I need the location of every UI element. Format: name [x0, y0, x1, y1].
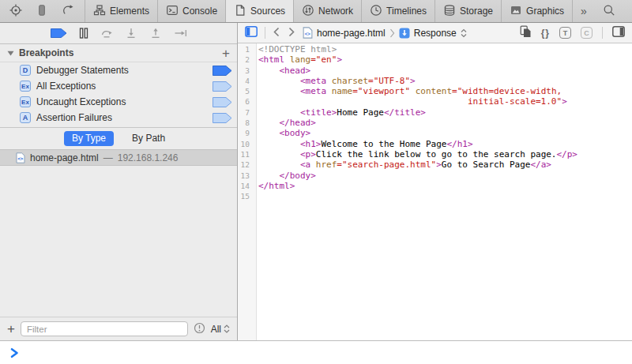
separator — [265, 27, 265, 39]
step-next-button[interactable] — [174, 28, 187, 39]
code-line[interactable]: 2<html lang="en"> — [238, 54, 632, 65]
line-number[interactable]: 2 — [238, 54, 253, 65]
breakpoint-toggle[interactable] — [213, 97, 232, 107]
breakpoints-toggle-button[interactable] — [51, 28, 67, 38]
console-icon — [166, 4, 179, 19]
back-button[interactable] — [273, 27, 280, 39]
step-into-button[interactable] — [125, 28, 137, 39]
line-content: <title>Home Page</title> — [253, 107, 426, 118]
chevron-right-icon — [288, 27, 295, 37]
forward-button[interactable] — [288, 27, 295, 39]
letter-c-icon: C — [584, 29, 589, 37]
step-out-button[interactable] — [149, 28, 162, 39]
disclosure-triangle-icon — [7, 51, 14, 56]
line-number[interactable]: 8 — [238, 118, 253, 128]
sidebar-empty-area — [0, 166, 237, 317]
tab-elements[interactable]: Elements — [85, 0, 158, 22]
toggle-left-sidebar-button[interactable] — [245, 26, 258, 39]
breakpoint-row[interactable]: D Debugger Statements — [0, 62, 237, 78]
add-breakpoint-button[interactable]: + — [222, 47, 230, 60]
line-content: initial-scale=1.0"> — [253, 96, 567, 107]
debugger-sidebar: Breakpoints + D Debugger Statements Ex A… — [0, 23, 237, 340]
line-number[interactable]: 6 — [238, 96, 253, 107]
code-line[interactable]: 8 </head> — [238, 118, 632, 128]
toggle-right-sidebar-button[interactable] — [612, 26, 625, 39]
line-number[interactable]: 15 — [238, 191, 253, 201]
line-content: </body> — [253, 171, 316, 181]
console-prompt-icon — [10, 347, 19, 358]
breakpoints-section-header[interactable]: Breakpoints + — [0, 44, 237, 62]
tab-sources[interactable]: Sources — [226, 0, 294, 22]
line-number[interactable]: 10 — [238, 139, 253, 149]
line-number[interactable]: 5 — [238, 86, 253, 96]
code-line[interactable]: 9 <body> — [238, 128, 632, 138]
sort-carets-icon — [224, 325, 230, 333]
resource-grouping-toggle: By Type By Path — [0, 128, 237, 149]
breakpoint-row[interactable]: A Assertion Failures — [0, 110, 237, 126]
tab-graphics[interactable]: Graphics — [502, 0, 573, 22]
tab-timelines[interactable]: Timelines — [362, 0, 435, 22]
code-coverage-button[interactable]: C — [581, 27, 592, 39]
selector-carets-icon[interactable] — [461, 28, 467, 38]
type-profiler-button[interactable]: T — [559, 27, 571, 39]
code-line[interactable]: 12 <a href="search-page.html">Go to Sear… — [238, 159, 632, 170]
tab-label: Timelines — [386, 6, 427, 17]
code-line[interactable]: 15 — [238, 191, 632, 201]
line-number[interactable]: 14 — [238, 181, 253, 191]
breakpoint-toggle[interactable] — [213, 66, 232, 76]
pretty-print-button[interactable]: {} — [541, 28, 550, 39]
resource-separator: — — [103, 152, 113, 163]
copy-button[interactable] — [520, 25, 532, 40]
line-number[interactable]: 11 — [238, 149, 253, 159]
line-number[interactable]: 13 — [238, 171, 253, 181]
by-type-button[interactable]: By Type — [64, 131, 114, 146]
tab-label: Elements — [110, 6, 149, 17]
tab-console[interactable]: Console — [158, 0, 226, 22]
code-line[interactable]: 11 <p>Click the link below to go to the … — [238, 149, 632, 159]
issues-filter-icon[interactable] — [194, 322, 205, 336]
search-button[interactable] — [595, 4, 623, 19]
code-line[interactable]: 10 <h1>Welcome to the Home Page</h1> — [238, 139, 632, 149]
svg-text:<>: <> — [304, 31, 310, 37]
line-number[interactable]: 12 — [238, 159, 253, 170]
breakpoint-toggle[interactable] — [213, 81, 232, 92]
step-over-button[interactable] — [100, 28, 113, 39]
tab-network[interactable]: Network — [294, 0, 362, 22]
settings-button[interactable] — [623, 3, 632, 19]
code-line[interactable]: 13 </body> — [238, 171, 632, 181]
line-number[interactable]: 7 — [238, 107, 253, 118]
line-number[interactable]: 1 — [238, 44, 253, 54]
resource-item-home-page[interactable]: <> home-page.html — 192.168.1.246 — [0, 149, 237, 166]
by-path-button[interactable]: By Path — [124, 131, 173, 146]
code-line[interactable]: 4 <meta charset="UTF-8"> — [238, 76, 632, 86]
breakpoint-toggle[interactable] — [213, 113, 232, 123]
code-line[interactable]: 3 <head> — [238, 66, 632, 76]
code-line[interactable]: 5 <meta name="viewport" content="width=d… — [238, 86, 632, 96]
breadcrumb-panel[interactable]: Response — [414, 28, 457, 39]
code-line[interactable]: 1<!DOCTYPE html> — [238, 44, 632, 54]
line-number[interactable]: 3 — [238, 66, 253, 76]
line-number[interactable]: 9 — [238, 128, 253, 138]
line-content: <html lang="en"> — [253, 54, 342, 65]
source-code-viewer[interactable]: 1<!DOCTYPE html>2<html lang="en">3 <head… — [238, 43, 632, 340]
timelines-icon — [370, 4, 382, 19]
more-tabs-button[interactable]: » — [573, 0, 595, 22]
filter-input[interactable] — [21, 321, 188, 336]
sidebar-filter-bar: + All — [0, 317, 237, 340]
code-line[interactable]: 7 <title>Home Page</title> — [238, 107, 632, 118]
add-filter-button[interactable]: + — [7, 322, 15, 336]
line-number[interactable]: 4 — [238, 76, 253, 86]
breakpoint-row[interactable]: Ex Uncaught Exceptions — [0, 94, 237, 110]
reload-icon[interactable] — [62, 4, 74, 19]
code-line[interactable]: 14</html> — [238, 181, 632, 191]
debugger-statement-badge-icon: D — [20, 65, 31, 76]
breakpoint-row[interactable]: Ex All Exceptions — [0, 78, 237, 94]
pause-button[interactable] — [79, 28, 88, 39]
quick-console[interactable] — [0, 340, 632, 364]
inspect-target-icon[interactable] — [9, 4, 22, 19]
device-icon[interactable] — [36, 4, 48, 19]
code-line[interactable]: 6 initial-scale=1.0"> — [238, 96, 632, 107]
breadcrumb-file[interactable]: home-page.html — [317, 28, 386, 39]
tab-storage[interactable]: Storage — [435, 0, 502, 22]
filter-scope-dropdown[interactable]: All — [211, 324, 230, 335]
